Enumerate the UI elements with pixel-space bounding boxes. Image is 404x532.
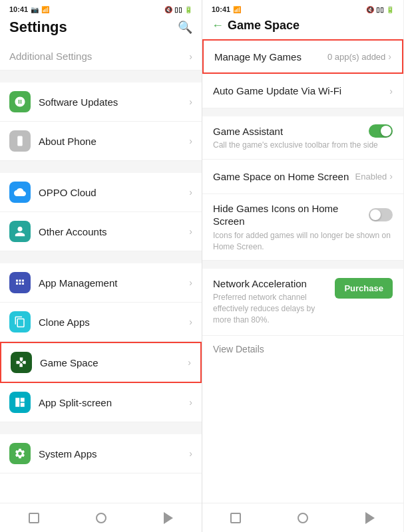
clone-apps-label: Clone Apps xyxy=(39,317,186,328)
game-space-icon xyxy=(11,352,32,373)
hide-games-row: Hide Games Icons on Home Screen xyxy=(213,202,393,228)
additional-settings-item[interactable]: Additional Settings › xyxy=(0,43,202,70)
svg-point-1 xyxy=(19,144,21,145)
nav-square-button[interactable] xyxy=(17,508,51,528)
nav-back-button[interactable] xyxy=(152,508,185,528)
app-management-icon xyxy=(9,272,31,293)
system-apps-item[interactable]: System Apps › xyxy=(0,434,202,473)
battery-full-icon-right: 🔋 xyxy=(386,6,394,13)
status-bar-right: 10:41 📶 🔇 ▯▯ 🔋 xyxy=(202,0,403,16)
system-apps-label: System Apps xyxy=(39,448,186,460)
auto-game-update-item[interactable]: Auto Game Update Via Wi-Fi › xyxy=(202,74,403,108)
hide-games-sublabel: Icons for added games will no longer be … xyxy=(213,230,393,253)
section-divider xyxy=(0,70,202,82)
view-details-item[interactable]: View Details xyxy=(202,336,403,362)
game-assistant-label: Game Assistant xyxy=(213,126,283,137)
manage-games-chevron-icon: › xyxy=(388,51,391,62)
game-space-panel: 10:41 📶 🔇 ▯▯ 🔋 ← Game Space Manage My Ga… xyxy=(202,0,403,532)
settings-title: Settings xyxy=(9,19,67,36)
oppo-cloud-item[interactable]: OPPO Cloud › xyxy=(0,173,202,212)
oppo-cloud-label: OPPO Cloud xyxy=(39,187,186,198)
mute-icon-right: 🔇 xyxy=(366,6,374,13)
mute-icon: 🔇 xyxy=(164,6,172,13)
game-space-label: Game Space xyxy=(40,357,185,368)
manage-my-games-label: Manage My Games xyxy=(214,51,327,63)
network-acceleration-label: Network Acceleration xyxy=(213,278,328,289)
square-icon xyxy=(29,513,39,523)
game-assistant-toggle[interactable] xyxy=(369,124,393,138)
section-divider-right-2 xyxy=(202,261,403,269)
nav-home-button-right[interactable] xyxy=(286,508,319,528)
clone-apps-icon xyxy=(9,311,31,332)
nav-square-button-right[interactable] xyxy=(219,508,252,528)
app-management-label: App Management xyxy=(39,277,186,289)
other-accounts-icon xyxy=(9,221,31,242)
software-updates-icon xyxy=(9,91,31,112)
triangle-icon-right xyxy=(365,512,375,524)
game-space-top-bar: ← Game Space xyxy=(202,16,403,39)
bottom-spacer xyxy=(0,473,202,503)
game-space-content: Manage My Games 0 app(s) added › Auto Ga… xyxy=(202,39,403,503)
network-acceleration-text: Network Acceleration Preferred network c… xyxy=(213,278,328,325)
game-space-item[interactable]: Game Space › xyxy=(0,342,202,383)
back-button[interactable]: ← Game Space xyxy=(212,19,300,33)
wifi-icon-right: 📶 xyxy=(233,6,241,13)
status-right-right: 🔇 ▯▯ 🔋 xyxy=(366,6,394,13)
hide-games-toggle[interactable] xyxy=(369,208,393,221)
chevron-icon: › xyxy=(189,317,192,327)
time-left: 10:41 xyxy=(9,5,28,13)
clone-apps-item[interactable]: Clone Apps › xyxy=(0,303,202,342)
software-updates-label: Software Updates xyxy=(39,96,186,108)
status-bar-left: 10:41 📷 📶 🔇 ▯▯ 🔋 xyxy=(0,0,202,16)
view-details-label: View Details xyxy=(213,344,264,354)
battery-icon: ▯▯ xyxy=(174,6,182,13)
game-space-home-item[interactable]: Game Space on Home Screen Enabled › xyxy=(202,160,403,194)
nav-bar-right xyxy=(202,503,403,532)
nav-home-button[interactable] xyxy=(85,508,118,528)
chevron-icon: › xyxy=(189,448,192,459)
manage-my-games-item[interactable]: Manage My Games 0 app(s) added › xyxy=(202,39,403,74)
status-left: 10:41 📷 📶 xyxy=(9,5,49,13)
auto-update-chevron-icon: › xyxy=(389,86,393,96)
game-space-home-chevron-icon: › xyxy=(389,171,393,182)
time-right: 10:41 xyxy=(212,5,230,13)
additional-settings-label: Additional Settings xyxy=(9,51,186,62)
section-divider-2 xyxy=(0,161,202,173)
other-accounts-item[interactable]: Other Accounts › xyxy=(0,212,202,251)
wifi-icon: 📶 xyxy=(41,6,49,13)
section-divider-4 xyxy=(0,422,202,434)
chevron-icon: › xyxy=(189,187,192,198)
chevron-icon: › xyxy=(189,277,192,288)
app-management-item[interactable]: App Management › xyxy=(0,263,202,303)
chevron-icon: › xyxy=(189,397,192,408)
system-apps-icon xyxy=(9,443,31,464)
about-phone-label: About Phone xyxy=(39,136,186,147)
about-phone-item[interactable]: About Phone › xyxy=(0,122,202,161)
settings-top-bar: Settings 🔍 xyxy=(0,16,202,43)
battery-full-icon: 🔋 xyxy=(184,6,192,13)
circle-icon-right xyxy=(298,513,308,523)
nav-back-button-right[interactable] xyxy=(353,508,387,528)
other-accounts-label: Other Accounts xyxy=(39,226,186,237)
manage-my-games-value: 0 app(s) added xyxy=(327,52,385,62)
status-right: 🔇 ▯▯ 🔋 xyxy=(164,6,192,13)
network-acceleration-item[interactable]: Network Acceleration Preferred network c… xyxy=(202,269,403,335)
triangle-icon xyxy=(164,512,173,524)
status-left-right: 10:41 📶 xyxy=(212,5,241,13)
camera-icon: 📷 xyxy=(31,6,39,13)
auto-game-update-label: Auto Game Update Via Wi-Fi xyxy=(213,85,389,96)
back-arrow-icon: ← xyxy=(212,19,224,33)
app-split-screen-item[interactable]: App Split-screen › xyxy=(0,383,202,422)
search-button[interactable]: 🔍 xyxy=(178,20,192,35)
software-updates-item[interactable]: Software Updates › xyxy=(0,82,202,122)
chevron-icon: › xyxy=(189,136,192,146)
hide-games-label: Hide Games Icons on Home Screen xyxy=(213,202,346,228)
app-split-screen-icon xyxy=(9,392,31,413)
network-acceleration-sublabel: Preferred network channel effectively re… xyxy=(213,292,328,325)
purchase-button[interactable]: Purchase xyxy=(335,278,393,299)
settings-panel: 10:41 📷 📶 🔇 ▯▯ 🔋 Settings 🔍 Additional S… xyxy=(0,0,202,532)
hide-games-icons-item[interactable]: Hide Games Icons on Home Screen Icons fo… xyxy=(202,194,403,261)
game-assistant-item[interactable]: Game Assistant Call the game's exclusive… xyxy=(202,116,403,160)
app-split-screen-label: App Split-screen xyxy=(39,397,186,408)
about-phone-icon xyxy=(9,130,31,152)
